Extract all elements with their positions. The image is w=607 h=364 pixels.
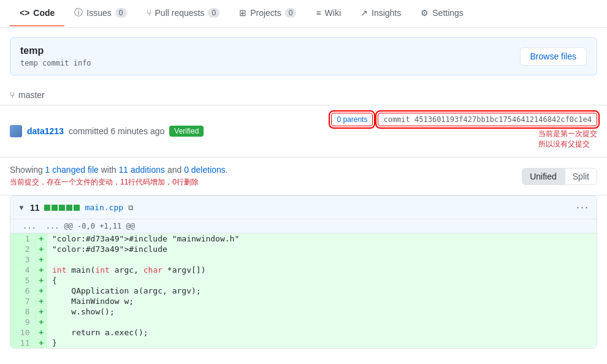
line-number: 2 xyxy=(10,244,35,254)
line-code xyxy=(47,317,597,327)
stats-info: Showing 1 changed file with 11 additions… xyxy=(10,165,228,188)
line-sign: + xyxy=(35,296,47,306)
commit-title: temp xyxy=(20,45,91,56)
commit-meta-row: data1213 committed 6 minutes ago Verifie… xyxy=(0,105,607,157)
line-sign: + xyxy=(35,254,47,265)
changed-file-link[interactable]: 1 changed file xyxy=(45,165,99,175)
branch-name: master xyxy=(18,90,45,100)
tab-insights[interactable]: ↗ Insights xyxy=(351,1,411,26)
tab-settings[interactable]: ⚙ Settings xyxy=(411,1,473,26)
line-code xyxy=(47,254,597,265)
table-row: 6+ QApplication a(argc, argv); xyxy=(10,286,597,296)
tab-pull-requests[interactable]: ⑂ Pull requests 0 xyxy=(137,1,230,26)
line-sign: + xyxy=(35,306,47,317)
more-options-icon[interactable]: ··· xyxy=(576,201,589,214)
line-sign: + xyxy=(35,265,47,275)
line-code: "color:#d73a49">#include "mainwindow.h" xyxy=(47,233,597,244)
tab-issues[interactable]: ⓘ Issues 0 xyxy=(64,0,136,27)
table-row: 9+ xyxy=(10,317,597,327)
branch-row: ⑂ master xyxy=(0,85,607,105)
line-code: return a.exec(); xyxy=(47,327,597,338)
tab-wiki[interactable]: ≡ Wiki xyxy=(306,1,351,26)
top-nav: <> Code ⓘ Issues 0 ⑂ Pull requests 0 ⊞ P… xyxy=(0,0,607,28)
wiki-icon: ≡ xyxy=(316,8,321,18)
commit-time: committed 6 minutes ago xyxy=(69,126,164,136)
table-row: 2+"color:#d73a49">#include xyxy=(10,244,597,254)
line-sign: + xyxy=(35,244,47,254)
bar-seg-2 xyxy=(52,205,58,211)
projects-icon: ⊞ xyxy=(239,8,246,18)
hunk-range: @@ -0,0 +1,11 @@ xyxy=(64,222,135,230)
file-header: ▼ 11 main.cpp ⧉ ··· xyxy=(10,196,597,219)
table-row: 10+ return a.exec(); xyxy=(10,327,597,338)
stats-subtitle: 当前提交，存在一个文件的变动，11行代码增加，0行删除 xyxy=(10,177,228,188)
line-code: MainWindow w; xyxy=(47,296,597,306)
line-code: } xyxy=(47,338,597,348)
issues-icon: ⓘ xyxy=(74,7,83,18)
tab-code[interactable]: <> Code xyxy=(10,1,64,26)
line-number: 1 xyxy=(10,233,35,244)
line-code: QApplication a(argc, argv); xyxy=(47,286,597,296)
table-row: 3+ xyxy=(10,254,597,265)
tab-projects[interactable]: ⊞ Projects 0 xyxy=(229,1,306,26)
commit-info: temp temp commit info xyxy=(20,45,91,67)
insights-icon: ↗ xyxy=(361,8,368,18)
verified-badge: Verified xyxy=(169,126,204,137)
line-number: 9 xyxy=(10,317,35,327)
avatar xyxy=(10,125,22,137)
line-sign: + xyxy=(35,233,47,244)
bar-seg-5 xyxy=(74,205,80,211)
line-sign: + xyxy=(35,275,47,286)
hunk-dots-right: ... xyxy=(41,222,64,230)
line-number: 6 xyxy=(10,286,35,296)
line-code: int main(int argc, char *argv[]) xyxy=(47,265,597,275)
hunk-header: ... ... @@ -0,0 +1,11 @@ xyxy=(10,219,597,233)
file-line-count: 11 xyxy=(30,203,40,213)
line-number: 5 xyxy=(10,275,35,286)
commit-header: temp temp commit info Browse files xyxy=(10,37,597,75)
line-number: 7 xyxy=(10,296,35,306)
table-row: 1+"color:#d73a49">#include "mainwindow.h… xyxy=(10,233,597,244)
line-sign: + xyxy=(35,317,47,327)
pull-request-icon: ⑂ xyxy=(147,8,151,18)
table-row: 7+ MainWindow w; xyxy=(10,296,597,306)
unified-button[interactable]: Unified xyxy=(522,168,565,185)
file-name[interactable]: main.cpp xyxy=(85,203,123,212)
line-code: { xyxy=(47,275,597,286)
commit-subtitle: temp commit info xyxy=(20,59,91,67)
stats-text: Showing 1 changed file with 11 additions… xyxy=(10,165,228,175)
table-row: 4+int main(int argc, char *argv[]) xyxy=(10,265,597,275)
line-number: 11 xyxy=(10,338,35,348)
view-toggle: Unified Split xyxy=(522,168,597,185)
parents-badge[interactable]: 0 parents xyxy=(331,113,373,126)
line-number: 3 xyxy=(10,254,35,265)
table-row: 5+{ xyxy=(10,275,597,286)
browse-files-button[interactable]: Browse files xyxy=(520,47,587,66)
parents-tooltip: 当前是第一次提交 所以没有父提交 xyxy=(538,129,597,150)
bar-seg-4 xyxy=(66,205,72,211)
commit-hashes: 0 parents commit 4513601193f427bb1bc1754… xyxy=(331,113,597,126)
split-button[interactable]: Split xyxy=(565,168,597,185)
settings-icon: ⚙ xyxy=(421,8,429,18)
file-diff: ▼ 11 main.cpp ⧉ ··· ... ... @@ -0,0 +1,1… xyxy=(10,195,597,349)
diff-table: 1+"color:#d73a49">#include "mainwindow.h… xyxy=(10,233,597,348)
line-code: "color:#d73a49">#include xyxy=(47,244,597,254)
bar-seg-1 xyxy=(44,205,50,211)
commit-author-info: data1213 committed 6 minutes ago Verifie… xyxy=(10,125,204,137)
author-name[interactable]: data1213 xyxy=(27,126,64,136)
deletions-link[interactable]: 0 deletions xyxy=(184,165,226,175)
line-sign: + xyxy=(35,327,47,338)
line-number: 10 xyxy=(10,327,35,338)
line-number: 4 xyxy=(10,265,35,275)
line-code: w.show(); xyxy=(47,306,597,317)
code-icon: <> xyxy=(20,8,29,18)
additions-link[interactable]: 11 additions xyxy=(118,165,165,175)
copy-icon[interactable]: ⧉ xyxy=(128,203,134,212)
hunk-dots-left: ... xyxy=(18,222,41,230)
line-number: 8 xyxy=(10,306,35,317)
table-row: 8+ w.show(); xyxy=(10,306,597,317)
bar-seg-3 xyxy=(59,205,65,211)
stats-row: Showing 1 changed file with 11 additions… xyxy=(0,157,607,195)
expand-button[interactable]: ▼ xyxy=(18,203,25,212)
commit-hash[interactable]: commit 4513601193f427bb1bc17546412146842… xyxy=(378,113,597,126)
